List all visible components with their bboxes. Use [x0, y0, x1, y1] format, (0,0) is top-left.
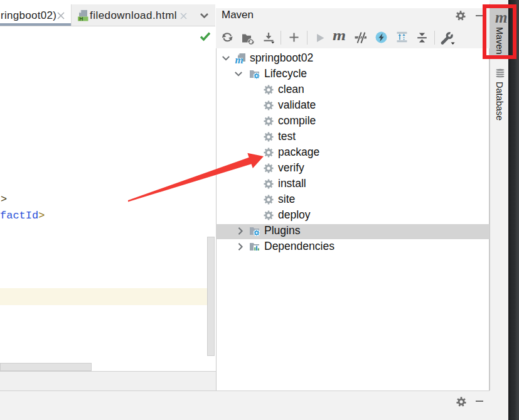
svg-text:H: H — [79, 16, 83, 21]
